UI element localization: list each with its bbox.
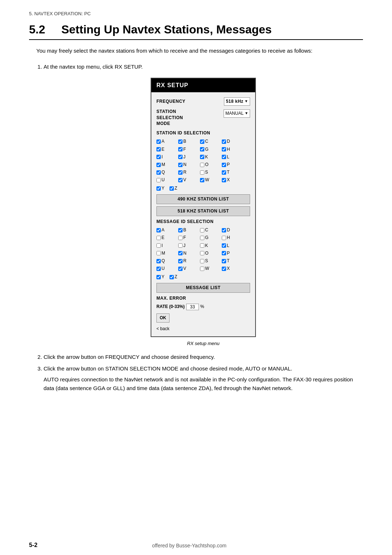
- max-error-unit: %: [200, 303, 204, 310]
- page-number: 5-2: [29, 542, 37, 548]
- section-title: 5.2 Setting Up Navtex Stations, Messages: [29, 23, 363, 40]
- message-row2: Y Z: [156, 274, 250, 280]
- station-cb-I[interactable]: I: [156, 154, 178, 161]
- station-mode-select[interactable]: MANUAL ▼: [224, 109, 250, 118]
- station-cb-B[interactable]: B: [178, 138, 200, 145]
- footer-brand: offered by Busse-Yachtshop.com: [37, 543, 341, 548]
- back-link[interactable]: < back: [156, 325, 170, 332]
- msg-cb-F[interactable]: F: [178, 234, 200, 241]
- station-checkbox-grid: A B C D E F G H I J K L M: [156, 138, 250, 183]
- dialog-title: RX SETUP: [151, 78, 255, 92]
- station-mode-label: STATIONSELECTIONMODE: [156, 109, 224, 127]
- frequency-select[interactable]: 518 kHz ▼: [224, 97, 250, 106]
- msg-cb-C[interactable]: C: [200, 227, 222, 234]
- msg-cb-W[interactable]: W: [200, 265, 222, 272]
- station-cb-J[interactable]: J: [178, 154, 200, 161]
- station-cb-P[interactable]: P: [222, 161, 244, 168]
- msg-cb-T[interactable]: T: [222, 258, 244, 264]
- frequency-value: 518 kHz: [226, 98, 243, 105]
- station-row2: Y Z: [156, 185, 250, 192]
- dialog-caption: RX setup menu: [44, 340, 363, 348]
- ok-button[interactable]: OK: [156, 313, 170, 323]
- station-cb-G[interactable]: G: [200, 146, 222, 153]
- station-cb-O[interactable]: O: [200, 161, 222, 168]
- step-1: At the navtex top menu, click RX SETUP. …: [44, 62, 363, 348]
- page-footer: 5-2 offered by Busse-Yachtshop.com: [0, 542, 392, 548]
- msg-cb-B[interactable]: B: [178, 227, 200, 234]
- station-mode-row: STATIONSELECTIONMODE MANUAL ▼: [156, 109, 250, 127]
- msg-cb-J[interactable]: J: [178, 242, 200, 249]
- station-cb-U[interactable]: U: [156, 177, 178, 183]
- station-cb-R[interactable]: R: [178, 169, 200, 176]
- max-error-input-row: RATE (0-33%) %: [156, 303, 250, 310]
- msg-cb-G[interactable]: G: [200, 234, 222, 241]
- msg-cb-O[interactable]: O: [200, 250, 222, 257]
- msg-cb-S[interactable]: S: [200, 258, 222, 264]
- station-cb-V[interactable]: V: [178, 177, 200, 183]
- msg-cb-M[interactable]: M: [156, 250, 178, 257]
- section-number: 5.2: [29, 23, 45, 36]
- station-cb-D[interactable]: D: [222, 138, 244, 145]
- station-cb-T[interactable]: T: [222, 169, 244, 176]
- msg-cb-X[interactable]: X: [222, 265, 244, 272]
- msg-cb-Q[interactable]: Q: [156, 258, 178, 264]
- msg-cb-U[interactable]: U: [156, 265, 178, 272]
- msg-cb-K[interactable]: K: [200, 242, 222, 249]
- btn-490-station-list[interactable]: 490 kHz STATION LIST: [156, 194, 250, 204]
- frequency-dropdown-arrow[interactable]: ▼: [245, 98, 248, 104]
- station-cb-C[interactable]: C: [200, 138, 222, 145]
- msg-cb-D[interactable]: D: [222, 227, 244, 234]
- message-id-label: MESSAGE ID SELECTION: [156, 218, 250, 225]
- intro-text: You may freely select the navtex station…: [36, 46, 363, 55]
- max-error-input[interactable]: [186, 304, 199, 310]
- breadcrumb: 5. NAVTEX OPERATION: PC: [29, 11, 363, 16]
- station-cb-M[interactable]: M: [156, 161, 178, 168]
- msg-cb-I[interactable]: I: [156, 242, 178, 249]
- btn-518-station-list[interactable]: 518 kHz STATION LIST: [156, 206, 250, 216]
- station-cb-H[interactable]: H: [222, 146, 244, 153]
- station-cb-N[interactable]: N: [178, 161, 200, 168]
- station-cb-S[interactable]: S: [200, 169, 222, 176]
- station-cb-Y[interactable]: Y: [156, 185, 164, 192]
- max-error-rate-label: RATE (0-33%): [156, 303, 185, 310]
- station-cb-W[interactable]: W: [200, 177, 222, 183]
- msg-cb-V[interactable]: V: [178, 265, 200, 272]
- station-cb-E[interactable]: E: [156, 146, 178, 153]
- station-cb-A[interactable]: A: [156, 138, 178, 145]
- station-cb-X[interactable]: X: [222, 177, 244, 183]
- step-3: Click the arrow button on STATION SELECT…: [44, 364, 363, 393]
- frequency-label: FREQUENCY: [156, 98, 224, 105]
- frequency-row: FREQUENCY 518 kHz ▼: [156, 97, 250, 106]
- station-cb-L[interactable]: L: [222, 154, 244, 161]
- station-mode-arrow[interactable]: ▼: [245, 110, 248, 116]
- station-cb-K[interactable]: K: [200, 154, 222, 161]
- msg-cb-P[interactable]: P: [222, 250, 244, 257]
- max-error-label: MAX. ERROR: [156, 295, 250, 302]
- section-heading: Setting Up Navtex Stations, Messages: [61, 23, 272, 36]
- btn-message-list[interactable]: MESSAGE LIST: [156, 283, 250, 293]
- msg-cb-N[interactable]: N: [178, 250, 200, 257]
- msg-cb-Y[interactable]: Y: [156, 274, 164, 280]
- msg-cb-A[interactable]: A: [156, 227, 178, 234]
- step-2: Click the arrow button on FREQUENCY and …: [44, 353, 363, 361]
- step3-subpara: AUTO requires connection to the NavNet n…: [44, 375, 363, 393]
- message-checkbox-grid: A B C D E F G H I J K L M: [156, 227, 250, 272]
- station-id-label: STATION ID SELECTION: [156, 130, 250, 137]
- dialog-body: FREQUENCY 518 kHz ▼ STATIONSELECTIONMODE: [151, 96, 255, 337]
- msg-cb-H[interactable]: H: [222, 234, 244, 241]
- station-cb-Z[interactable]: Z: [170, 185, 177, 192]
- dialog-container: RX SETUP FREQUENCY 518 kHz ▼: [44, 78, 363, 337]
- station-cb-F[interactable]: F: [178, 146, 200, 153]
- msg-cb-Z[interactable]: Z: [170, 274, 177, 280]
- station-cb-Q[interactable]: Q: [156, 169, 178, 176]
- station-mode-value: MANUAL: [225, 110, 244, 117]
- msg-cb-R[interactable]: R: [178, 258, 200, 264]
- steps-list: At the navtex top menu, click RX SETUP. …: [44, 62, 363, 393]
- page-container: 5. NAVTEX OPERATION: PC 5.2 Setting Up N…: [0, 0, 392, 555]
- rx-setup-dialog: RX SETUP FREQUENCY 518 kHz ▼: [151, 78, 256, 337]
- msg-cb-E[interactable]: E: [156, 234, 178, 241]
- msg-cb-L[interactable]: L: [222, 242, 244, 249]
